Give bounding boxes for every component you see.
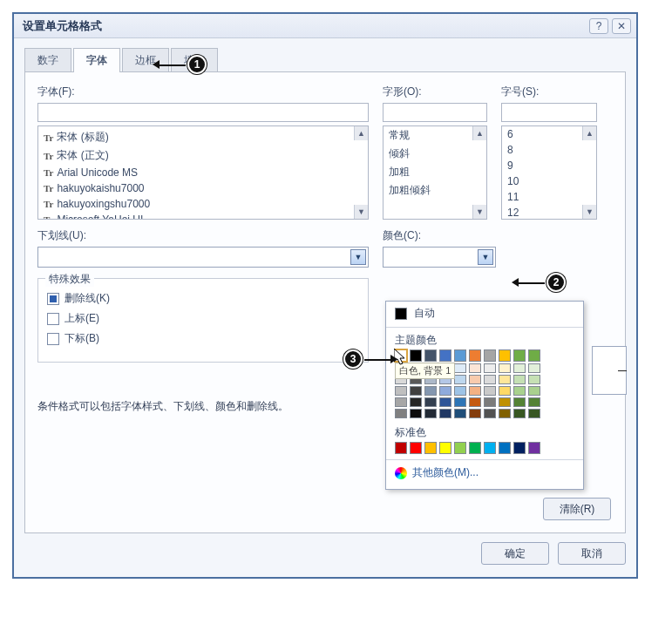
shade-color-swatch[interactable]: [424, 386, 437, 396]
size-input[interactable]: [501, 103, 597, 122]
size-item[interactable]: 8: [502, 142, 596, 158]
shade-color-swatch[interactable]: [410, 397, 422, 407]
checkbox-icon[interactable]: [47, 333, 59, 345]
theme-color-swatch[interactable]: [484, 349, 496, 362]
scroll-up[interactable]: ▲: [354, 126, 368, 140]
shade-color-swatch[interactable]: [454, 409, 466, 418]
shade-color-swatch[interactable]: [439, 363, 451, 373]
shade-color-swatch[interactable]: [513, 397, 526, 407]
shade-color-swatch[interactable]: [469, 375, 481, 384]
shade-color-swatch[interactable]: [424, 375, 437, 384]
style-item[interactable]: 加粗: [384, 163, 486, 181]
font-item[interactable]: Tr宋体 (正文): [38, 146, 368, 165]
checkbox-icon[interactable]: [47, 293, 59, 305]
shade-color-swatch[interactable]: [410, 409, 422, 418]
checkbox-icon[interactable]: [47, 313, 59, 325]
shade-color-swatch[interactable]: [424, 409, 437, 418]
size-item[interactable]: 9: [502, 158, 596, 173]
theme-color-swatch[interactable]: [410, 349, 422, 362]
tab-number[interactable]: 数字: [24, 48, 71, 72]
shade-color-swatch[interactable]: [410, 386, 422, 396]
standard-color-swatch[interactable]: [499, 442, 511, 454]
theme-color-swatch[interactable]: [499, 349, 511, 362]
shade-color-swatch[interactable]: [484, 397, 496, 407]
shade-color-swatch[interactable]: [395, 397, 407, 407]
font-item[interactable]: Trhakuyoxingshu7000: [38, 196, 368, 212]
super-checkbox-row[interactable]: 上标(E): [47, 311, 359, 326]
underline-dropdown[interactable]: ▼: [37, 247, 369, 268]
shade-color-swatch[interactable]: [395, 363, 407, 373]
size-listbox[interactable]: ▲ ▼ 6 8 9 10 11 12: [501, 125, 597, 220]
shade-color-swatch[interactable]: [528, 397, 540, 407]
shade-color-swatch[interactable]: [528, 363, 540, 373]
theme-color-swatch[interactable]: [528, 349, 540, 362]
shade-color-swatch[interactable]: [513, 363, 526, 373]
shade-color-swatch[interactable]: [484, 386, 496, 396]
font-item[interactable]: Trhakuyokaishu7000: [38, 180, 368, 196]
shade-color-swatch[interactable]: [454, 386, 466, 396]
style-input[interactable]: [383, 103, 487, 122]
shade-color-swatch[interactable]: [439, 397, 451, 407]
shade-color-swatch[interactable]: [410, 363, 422, 373]
style-item[interactable]: 加粗倾斜: [384, 181, 486, 200]
font-item[interactable]: TrArial Unicode MS: [38, 165, 368, 180]
more-colors-item[interactable]: 其他颜色(M)...: [386, 462, 583, 484]
style-listbox[interactable]: ▲ ▼ 常规 倾斜 加粗 加粗倾斜: [383, 125, 487, 220]
dropdown-button[interactable]: ▼: [350, 249, 366, 265]
shade-color-swatch[interactable]: [484, 363, 496, 373]
shade-color-swatch[interactable]: [499, 363, 511, 373]
shade-color-swatch[interactable]: [424, 397, 437, 407]
standard-color-swatch[interactable]: [410, 442, 422, 454]
shade-color-swatch[interactable]: [410, 375, 422, 384]
shade-color-swatch[interactable]: [513, 375, 526, 384]
shade-color-swatch[interactable]: [454, 363, 466, 373]
shade-color-swatch[interactable]: [424, 363, 437, 373]
shade-color-swatch[interactable]: [528, 375, 540, 384]
shade-color-swatch[interactable]: [528, 386, 540, 396]
scroll-up[interactable]: ▲: [472, 126, 486, 140]
theme-color-swatch[interactable]: [513, 349, 526, 362]
shade-color-swatch[interactable]: [395, 409, 407, 418]
font-listbox[interactable]: ▲ ▼ Tr宋体 (标题) Tr宋体 (正文) TrArial Unicode …: [37, 125, 369, 220]
shade-color-swatch[interactable]: [439, 375, 451, 384]
standard-color-swatch[interactable]: [395, 442, 407, 454]
size-item[interactable]: 11: [502, 189, 596, 205]
auto-color-item[interactable]: 自动: [386, 302, 583, 325]
standard-color-swatch[interactable]: [469, 442, 481, 454]
sub-checkbox-row[interactable]: 下标(B): [47, 331, 359, 346]
scroll-up[interactable]: ▲: [582, 126, 596, 140]
standard-color-swatch[interactable]: [439, 442, 451, 454]
shade-color-swatch[interactable]: [499, 386, 511, 396]
help-button[interactable]: ?: [589, 18, 608, 34]
font-input[interactable]: [37, 103, 369, 122]
standard-color-swatch[interactable]: [528, 442, 540, 454]
shade-color-swatch[interactable]: [484, 375, 496, 384]
shade-color-swatch[interactable]: [469, 363, 481, 373]
strike-checkbox-row[interactable]: 删除线(K): [47, 291, 359, 306]
standard-color-swatch[interactable]: [484, 442, 496, 454]
font-item[interactable]: Tr宋体 (标题): [38, 128, 368, 146]
close-button[interactable]: ✕: [612, 18, 631, 34]
shade-color-swatch[interactable]: [499, 375, 511, 384]
shade-color-swatch[interactable]: [469, 386, 481, 396]
theme-color-swatch[interactable]: [439, 349, 451, 362]
size-item[interactable]: 10: [502, 173, 596, 189]
standard-color-swatch[interactable]: [424, 442, 437, 454]
shade-color-swatch[interactable]: [395, 375, 407, 384]
shade-color-swatch[interactable]: [499, 397, 511, 407]
dropdown-button[interactable]: ▼: [478, 249, 493, 265]
style-item[interactable]: 常规: [384, 126, 486, 145]
color-dropdown[interactable]: ▼: [383, 247, 496, 268]
scroll-down[interactable]: ▼: [582, 205, 596, 219]
shade-color-swatch[interactable]: [513, 409, 526, 418]
shade-color-swatch[interactable]: [469, 397, 481, 407]
shade-color-swatch[interactable]: [439, 386, 451, 396]
style-item[interactable]: 倾斜: [384, 145, 486, 163]
clear-button[interactable]: 清除(R): [543, 498, 611, 520]
theme-color-swatch[interactable]: [424, 349, 437, 362]
standard-color-swatch[interactable]: [454, 442, 466, 454]
tab-border[interactable]: 边框: [122, 48, 169, 72]
shade-color-swatch[interactable]: [454, 375, 466, 384]
shade-color-swatch[interactable]: [454, 397, 466, 407]
standard-color-swatch[interactable]: [513, 442, 526, 454]
